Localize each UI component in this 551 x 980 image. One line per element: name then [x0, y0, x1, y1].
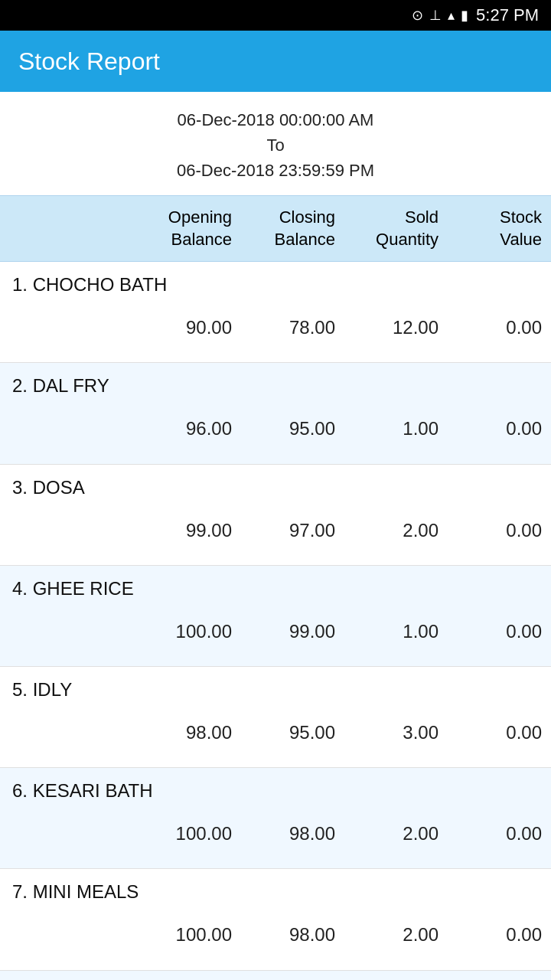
table-row: 8. NORTH INDIAN MEALS	[0, 971, 551, 981]
table-row: 2. DAL FRY96.0095.001.000.00	[0, 363, 551, 464]
item-name: 2. DAL FRY	[0, 363, 551, 400]
item-closing: 97.00	[241, 508, 344, 553]
col-header-sold: Sold Quantity	[344, 196, 448, 261]
item-stockValue: 0.00	[448, 609, 551, 654]
wifi-icon: ⊥	[429, 7, 442, 24]
item-name: 5. IDLY	[0, 667, 551, 704]
table-row: 6. KESARI BATH100.0098.002.000.00	[0, 768, 551, 869]
item-spacer	[0, 508, 138, 553]
item-values: 99.0097.002.000.00	[0, 501, 551, 565]
app-header: Stock Report	[0, 31, 551, 92]
item-values: 100.0098.002.000.00	[0, 805, 551, 868]
item-spacer	[0, 811, 138, 856]
item-closing: 78.00	[241, 305, 344, 350]
item-closing: 99.00	[241, 609, 344, 654]
table-row: 5. IDLY98.0095.003.000.00	[0, 667, 551, 768]
item-spacer	[0, 305, 138, 350]
item-values: 100.0098.002.000.00	[0, 906, 551, 969]
item-name: 7. MINI MEALS	[0, 869, 551, 906]
item-sold: 2.00	[344, 811, 448, 856]
item-opening: 90.00	[138, 305, 241, 350]
col-header-closing: Closing Balance	[241, 196, 344, 261]
table-row: 3. DOSA99.0097.002.000.00	[0, 465, 551, 566]
table-header: Opening Balance Closing Balance Sold Qua…	[0, 195, 551, 262]
item-spacer	[0, 912, 138, 957]
item-stockValue: 0.00	[448, 406, 551, 451]
date-range: 06-Dec-2018 00:00:00 AM To 06-Dec-2018 2…	[0, 92, 551, 195]
signal-icon: ▴	[448, 7, 455, 24]
item-spacer	[0, 710, 138, 755]
item-name: 1. CHOCHO BATH	[0, 262, 551, 299]
item-values: 98.0095.003.000.00	[0, 704, 551, 767]
item-spacer	[0, 609, 138, 654]
item-sold: 3.00	[344, 710, 448, 755]
item-values: 90.0078.0012.000.00	[0, 299, 551, 362]
col-header-spacer	[0, 196, 138, 261]
item-closing: 98.00	[241, 912, 344, 957]
battery-icon: ▮	[461, 7, 468, 24]
item-name: 3. DOSA	[0, 465, 551, 501]
item-opening: 100.00	[138, 912, 241, 957]
item-closing: 98.00	[241, 811, 344, 856]
item-opening: 100.00	[138, 811, 241, 856]
table-row: 4. GHEE RICE100.0099.001.000.00	[0, 566, 551, 667]
status-time: 5:27 PM	[476, 5, 539, 25]
item-sold: 2.00	[344, 508, 448, 553]
item-sold: 1.00	[344, 609, 448, 654]
item-sold: 1.00	[344, 406, 448, 451]
app-title: Stock Report	[18, 47, 160, 76]
item-sold: 12.00	[344, 305, 448, 350]
date-to: 06-Dec-2018 23:59:59 PM	[8, 158, 543, 183]
table-row: 1. CHOCHO BATH90.0078.0012.000.00	[0, 262, 551, 363]
date-from: 06-Dec-2018 00:00:00 AM	[8, 107, 543, 132]
table-body: 1. CHOCHO BATH90.0078.0012.000.002. DAL …	[0, 262, 551, 980]
item-opening: 98.00	[138, 710, 241, 755]
item-closing: 95.00	[241, 406, 344, 451]
item-opening: 99.00	[138, 508, 241, 553]
item-opening: 96.00	[138, 406, 241, 451]
col-header-stock: Stock Value	[448, 196, 551, 261]
item-name: 8. NORTH INDIAN MEALS	[0, 971, 551, 981]
item-name: 4. GHEE RICE	[0, 566, 551, 603]
item-spacer	[0, 406, 138, 451]
item-stockValue: 0.00	[448, 305, 551, 350]
date-to-label: To	[8, 132, 543, 158]
item-stockValue: 0.00	[448, 811, 551, 856]
item-stockValue: 0.00	[448, 508, 551, 553]
item-sold: 2.00	[344, 912, 448, 957]
table-row: 7. MINI MEALS100.0098.002.000.00	[0, 869, 551, 970]
status-bar: ⊙ ⊥ ▴ ▮ 5:27 PM	[0, 0, 551, 31]
status-icons: ⊙ ⊥ ▴ ▮	[412, 7, 468, 24]
item-values: 96.0095.001.000.00	[0, 400, 551, 463]
item-closing: 95.00	[241, 710, 344, 755]
item-stockValue: 0.00	[448, 710, 551, 755]
item-values: 100.0099.001.000.00	[0, 603, 551, 666]
bluetooth-icon: ⊙	[412, 7, 423, 24]
item-opening: 100.00	[138, 609, 241, 654]
item-stockValue: 0.00	[448, 912, 551, 957]
item-name: 6. KESARI BATH	[0, 768, 551, 805]
col-header-opening: Opening Balance	[138, 196, 241, 261]
